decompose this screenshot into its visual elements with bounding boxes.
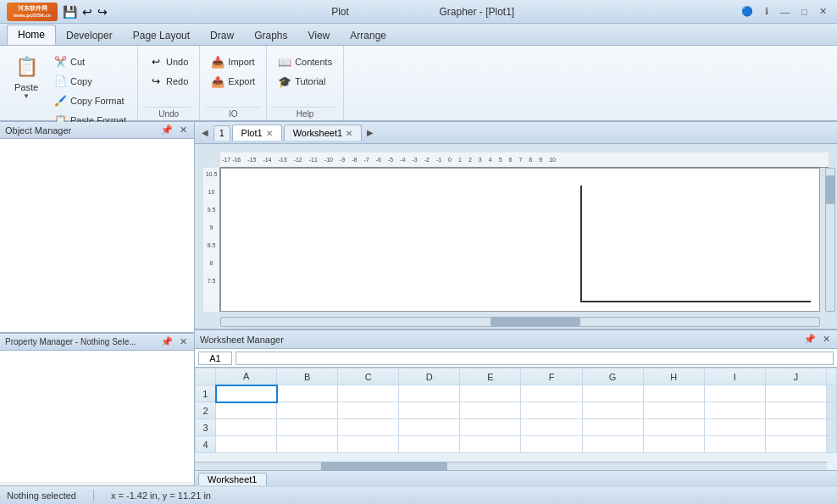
help-icon[interactable]: 🔵 [738, 4, 757, 19]
grid-cell-e2[interactable] [460, 402, 521, 419]
minimize-button[interactable]: — [777, 5, 793, 19]
plot-scrollbar-v-thumb[interactable] [826, 175, 834, 204]
cut-button[interactable]: ✂️ Cut [49, 53, 130, 71]
undo-button[interactable]: ↩ Undo [145, 53, 192, 71]
grid-cell-b4[interactable] [277, 436, 338, 453]
grid-cell-c1[interactable] [338, 385, 399, 402]
ws-scrollbar-h[interactable] [195, 462, 827, 470]
grid-col-f[interactable]: F [521, 368, 582, 385]
plot-scrollbar-h[interactable] [220, 317, 820, 327]
grid-row-header-4[interactable]: 4 [196, 436, 216, 453]
grid-col-b[interactable]: B [277, 368, 338, 385]
grid-cell-g4[interactable] [582, 436, 643, 453]
grid-cell-i1[interactable] [704, 385, 765, 402]
formula-input[interactable] [236, 352, 834, 365]
plot-scrollbar-v[interactable] [825, 168, 835, 312]
grid-cell-f3[interactable] [521, 419, 582, 436]
worksheet-manager-close[interactable]: ✕ [821, 334, 832, 345]
grid-cell-e4[interactable] [460, 436, 521, 453]
tab-worksheet1-close[interactable]: ✕ [346, 129, 352, 138]
grid-col-h[interactable]: H [643, 368, 704, 385]
property-manager-pin[interactable]: 📌 [159, 336, 175, 347]
tab-worksheet1[interactable]: Worksheet1 ✕ [284, 125, 363, 141]
import-button[interactable]: 📥 Import [207, 53, 259, 71]
tab-arrow-left[interactable]: ◀ [198, 126, 212, 139]
grid-cell-c4[interactable] [338, 436, 399, 453]
grid-cell-h3[interactable] [643, 419, 704, 436]
grid-col-i[interactable]: I [704, 368, 765, 385]
tab-index[interactable]: 1 [213, 125, 230, 141]
grid-row-header-2[interactable]: 2 [196, 402, 216, 419]
property-manager-close[interactable]: ✕ [178, 336, 189, 347]
grid-cell-e3[interactable] [460, 419, 521, 436]
grid-col-d[interactable]: D [399, 368, 460, 385]
quick-undo-icon[interactable]: ↩ [82, 5, 92, 19]
object-manager-pin[interactable]: 📌 [159, 125, 175, 136]
grid-cell-c3[interactable] [338, 419, 399, 436]
close-button[interactable]: ✕ [816, 4, 830, 19]
ws-scrollbar-h-thumb[interactable] [321, 462, 447, 470]
grid-cell-f2[interactable] [521, 402, 582, 419]
grid-cell-d3[interactable] [399, 419, 460, 436]
grid-cell-i2[interactable] [704, 402, 765, 419]
grid-cell-b1[interactable] [277, 385, 338, 402]
grid-cell-g1[interactable] [582, 385, 643, 402]
worksheet-manager-pin[interactable]: 📌 [802, 334, 818, 345]
tab-view[interactable]: View [297, 26, 340, 45]
grid-cell-h4[interactable] [643, 436, 704, 453]
grid-cell-i4[interactable] [704, 436, 765, 453]
grid-row-header-3[interactable]: 3 [196, 419, 216, 436]
grid-cell-a3[interactable] [216, 419, 277, 436]
copy-format-button[interactable]: 🖌️ Copy Format [49, 91, 130, 110]
grid-cell-f1[interactable] [521, 385, 582, 402]
grid-cell-j3[interactable] [765, 419, 826, 436]
grid-row-header-1[interactable]: 1 [196, 385, 216, 402]
plot-scrollbar-h-thumb[interactable] [491, 318, 580, 326]
tab-draw[interactable]: Draw [200, 26, 244, 45]
grid-cell-j1[interactable] [765, 385, 826, 402]
cell-reference[interactable] [198, 352, 232, 365]
tab-developer[interactable]: Developer [56, 26, 123, 45]
grid-cell-j2[interactable] [765, 402, 826, 419]
grid-cell-j4[interactable] [765, 436, 826, 453]
contents-button[interactable]: 📖 Contents [274, 53, 336, 71]
grid-col-a[interactable]: A [216, 368, 277, 385]
grid-cell-h2[interactable] [643, 402, 704, 419]
maximize-button[interactable]: □ [798, 5, 811, 19]
grid-cell-f4[interactable] [521, 436, 582, 453]
tutorial-button[interactable]: 🎓 Tutorial [274, 72, 336, 91]
grid-col-j[interactable]: J [765, 368, 826, 385]
tab-arrow-right[interactable]: ▶ [363, 126, 377, 139]
grid-cell-a4[interactable] [216, 436, 277, 453]
export-button[interactable]: 📤 Export [207, 72, 259, 91]
grid-cell-d4[interactable] [399, 436, 460, 453]
tab-graphs[interactable]: Graphs [244, 26, 297, 45]
grid-cell-g2[interactable] [582, 402, 643, 419]
grid-cell-h1[interactable] [643, 385, 704, 402]
info-icon[interactable]: ℹ [762, 4, 772, 19]
tab-plot1[interactable]: Plot1 ✕ [232, 125, 282, 141]
grid-cell-e1[interactable] [460, 385, 521, 402]
object-manager-close[interactable]: ✕ [178, 125, 189, 136]
grid-cell-b3[interactable] [277, 419, 338, 436]
grid-cell-i3[interactable] [704, 419, 765, 436]
redo-button[interactable]: ↪ Redo [145, 72, 192, 91]
grid-col-c[interactable]: C [338, 368, 399, 385]
paste-button[interactable]: 📋 Paste ▼ [7, 49, 46, 104]
grid-cell-d1[interactable] [399, 385, 460, 402]
copy-button[interactable]: 📄 Copy [49, 72, 130, 91]
grid-col-g[interactable]: G [582, 368, 643, 385]
tab-arrange[interactable]: Arrange [340, 26, 396, 45]
grid-col-e[interactable]: E [460, 368, 521, 385]
tab-home[interactable]: Home [7, 25, 56, 45]
grid-cell-g3[interactable] [582, 419, 643, 436]
ws-tab-worksheet1[interactable]: Worksheet1 [198, 473, 267, 485]
quick-save-icon[interactable]: 💾 [63, 5, 77, 19]
tab-plot1-close[interactable]: ✕ [266, 129, 273, 138]
grid-cell-b2[interactable] [277, 402, 338, 419]
grid-cell-a1[interactable] [216, 385, 277, 402]
grid-cell-c2[interactable] [338, 402, 399, 419]
quick-redo-icon[interactable]: ↪ [97, 5, 108, 19]
grid-cell-a2[interactable] [216, 402, 277, 419]
tab-page-layout[interactable]: Page Layout [123, 26, 200, 45]
